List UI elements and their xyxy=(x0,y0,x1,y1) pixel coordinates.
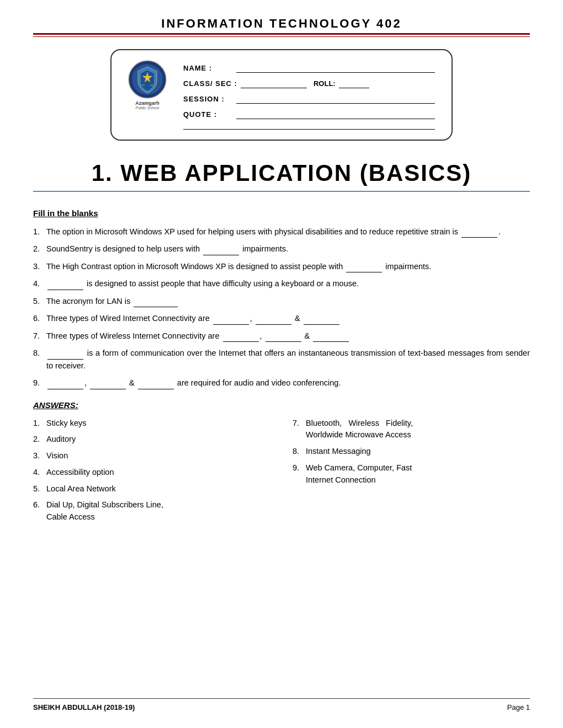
answer-1: 1. Sticky keys xyxy=(33,417,270,430)
answer-6: 6. Dial Up, Digital Subscribers Line,Cab… xyxy=(33,499,270,523)
answers-right-col: 7. Bluetooth, Wireless Fidelity,Worldwid… xyxy=(293,417,530,528)
answer-7: 7. Bluetooth, Wireless Fidelity,Worldwid… xyxy=(293,417,530,442)
blank-7b xyxy=(265,334,301,342)
blank-1 xyxy=(461,230,497,238)
class-field-row: CLASS/ SEC : ROLL: xyxy=(183,78,435,88)
quote-field-row: QUOTE : xyxy=(183,109,435,119)
class-input-line[interactable] xyxy=(241,78,307,88)
footer: SHEIKH ABDULLAH (2018-19) Page 1 xyxy=(33,698,530,711)
chapter-divider xyxy=(33,191,530,192)
question-4: 4. is designed to assist people that hav… xyxy=(33,277,530,290)
roll-input-line[interactable] xyxy=(339,78,369,88)
session-field-row: SESSION : xyxy=(183,94,435,104)
extra-blank-line xyxy=(183,129,435,130)
school-sub-label: Public School xyxy=(136,106,159,110)
questions-list: 1. The option in Microsoft Windows XP us… xyxy=(33,226,530,389)
footer-left: SHEIKH ABDULLAH (2018-19) xyxy=(33,703,135,711)
answers-heading: ANSWERS: xyxy=(33,400,530,410)
page: INFORMATION TECHNOLOGY 402 Azamgarh Publ… xyxy=(0,0,563,728)
answer-2: 2. Auditory xyxy=(33,433,270,446)
name-input-line[interactable] xyxy=(236,63,435,73)
blank-3 xyxy=(346,265,382,272)
name-label: NAME : xyxy=(183,64,233,72)
question-3: 3. The High Contrast option in Microsoft… xyxy=(33,260,530,272)
roll-label: ROLL: xyxy=(314,79,336,88)
blank-4 xyxy=(47,282,83,290)
blank-9a xyxy=(47,382,83,389)
chapter-title-section: 1. WEB APPLICATION (BASICS) xyxy=(33,160,530,192)
header-line-bottom xyxy=(33,36,530,37)
school-logo xyxy=(128,60,167,99)
question-6: 6. Three types of Wired Internet Connect… xyxy=(33,312,530,324)
page-title: INFORMATION TECHNOLOGY 402 xyxy=(33,17,530,31)
question-1: 1. The option in Microsoft Windows XP us… xyxy=(33,226,530,238)
quote-input-line[interactable] xyxy=(236,109,435,119)
question-9: 9. , & are required for audio and video … xyxy=(33,377,530,389)
footer-right: Page 1 xyxy=(507,703,530,711)
header-section: INFORMATION TECHNOLOGY 402 xyxy=(33,17,530,37)
answer-9: 9. Web Camera, Computer, FastInternet Co… xyxy=(293,462,530,486)
question-2: 2. SoundSentry is designed to help users… xyxy=(33,243,530,255)
quote-label: QUOTE : xyxy=(183,110,233,119)
chapter-title: 1. WEB APPLICATION (BASICS) xyxy=(33,160,530,186)
answers-grid: 1. Sticky keys 2. Auditory 3. Vision 4. … xyxy=(33,417,530,528)
header-line-top xyxy=(33,33,530,35)
blank-9b xyxy=(90,382,126,389)
answer-5: 5. Local Area Network xyxy=(33,483,270,495)
blank-5 xyxy=(134,299,178,307)
fields-area: NAME : CLASS/ SEC : ROLL: SESSION : QUOT… xyxy=(183,60,435,130)
blank-2 xyxy=(203,248,239,255)
section-heading: Fill in the blanks xyxy=(33,208,530,218)
name-field-row: NAME : xyxy=(183,63,435,73)
logo-area: Azamgarh Public School xyxy=(123,60,172,110)
answer-3: 3. Vision xyxy=(33,450,270,462)
question-7: 7. Three types of Wireless Internet Conn… xyxy=(33,330,530,342)
student-info-box: Azamgarh Public School NAME : CLASS/ SEC… xyxy=(110,49,453,141)
school-name-label: Azamgarh xyxy=(135,100,160,106)
blank-8 xyxy=(47,352,83,360)
blank-6a xyxy=(213,317,249,325)
session-label: SESSION : xyxy=(183,95,233,103)
answer-8: 8. Instant Messaging xyxy=(293,446,530,458)
session-input-line[interactable] xyxy=(236,94,435,104)
blank-7c xyxy=(313,334,349,342)
blank-6c xyxy=(304,317,339,325)
blank-6b xyxy=(256,317,291,325)
blank-9c xyxy=(138,382,174,389)
answers-left-col: 1. Sticky keys 2. Auditory 3. Vision 4. … xyxy=(33,417,270,528)
class-label: CLASS/ SEC : xyxy=(183,79,237,88)
question-5: 5. The acronym for LAN is xyxy=(33,295,530,307)
content-section: Fill in the blanks 1. The option in Micr… xyxy=(33,208,530,528)
question-8: 8. is a form of communication over the I… xyxy=(33,347,530,372)
blank-7a xyxy=(223,334,259,342)
answer-4: 4. Accessibility option xyxy=(33,467,270,479)
